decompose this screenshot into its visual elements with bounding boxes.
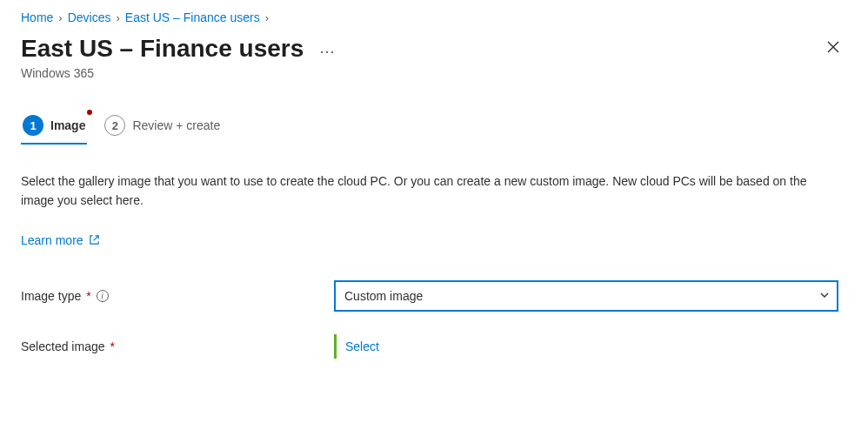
close-icon — [826, 40, 840, 54]
learn-more-label: Learn more — [21, 233, 83, 247]
label-text: Selected image — [21, 340, 105, 353]
info-icon[interactable]: i — [97, 290, 109, 302]
image-type-dropdown[interactable]: Custom image — [334, 280, 838, 312]
more-actions-button[interactable]: ⋯ — [316, 38, 340, 64]
tab-review-create[interactable]: 2 Review + create — [103, 110, 222, 145]
tab-label: Image — [50, 118, 85, 132]
dropdown-value: Custom image — [344, 289, 423, 303]
step-number-badge: 2 — [104, 115, 125, 136]
select-image-button[interactable]: Select — [334, 334, 379, 359]
required-marker: * — [110, 340, 115, 353]
wizard-tabs: 1 Image 2 Review + create — [21, 110, 847, 145]
breadcrumb-devices[interactable]: Devices — [68, 10, 111, 24]
svg-line-2 — [93, 236, 98, 241]
selected-image-label: Selected image * — [21, 340, 334, 353]
validation-error-dot-icon — [87, 110, 92, 115]
breadcrumb-current[interactable]: East US – Finance users — [125, 10, 260, 24]
page-subtitle: Windows 365 — [21, 66, 847, 80]
image-type-label: Image type * i — [21, 289, 334, 303]
step-number-badge: 1 — [23, 115, 43, 136]
close-button[interactable] — [819, 33, 847, 61]
external-link-icon — [89, 234, 100, 245]
tab-image[interactable]: 1 Image — [21, 110, 87, 145]
tab-label: Review + create — [132, 118, 220, 132]
description-text: Select the gallery image that you want t… — [21, 171, 838, 211]
chevron-right-icon: › — [265, 11, 269, 24]
label-text: Image type — [21, 289, 81, 303]
required-marker: * — [86, 289, 90, 303]
learn-more-link[interactable]: Learn more — [21, 233, 100, 247]
breadcrumb: Home › Devices › East US – Finance users… — [21, 10, 847, 24]
breadcrumb-home[interactable]: Home — [21, 10, 53, 24]
chevron-down-icon — [819, 289, 830, 303]
page-title: East US – Finance users — [21, 35, 304, 63]
chevron-right-icon: › — [117, 11, 120, 24]
chevron-right-icon: › — [58, 11, 62, 24]
